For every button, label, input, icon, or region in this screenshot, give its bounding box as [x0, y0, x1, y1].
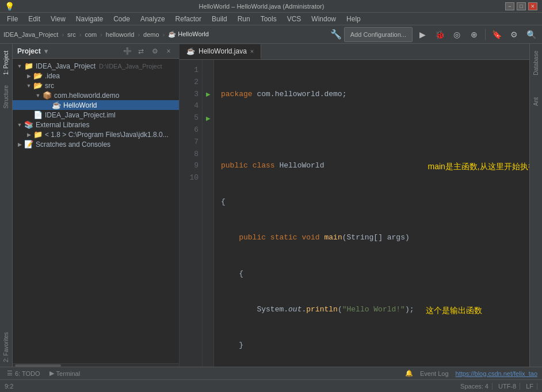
tree-item-src[interactable]: ▼ 📂 src: [13, 81, 179, 90]
event-log-tab[interactable]: Event Log: [418, 370, 451, 377]
terminal-icon: ▶: [49, 370, 54, 377]
tree-label-root: IDEA_Java_Project: [36, 62, 96, 70]
menu-bar: FileEditViewNavigateCodeAnalyzeRefactorB…: [0, 13, 542, 25]
maximize-button[interactable]: □: [517, 2, 526, 10]
menu-item-analyze[interactable]: Analyze: [136, 14, 170, 24]
event-log-icon: 🔔: [405, 370, 413, 377]
gutter-line-7: [203, 136, 213, 149]
tree-item-root[interactable]: ▼ 📁 IDEA_Java_Project D:\IDEA_Java_Proje…: [13, 61, 179, 71]
tree-item-helloworld[interactable]: ☕ HelloWorld: [13, 100, 179, 110]
menu-item-navigate[interactable]: Navigate: [71, 14, 108, 24]
sidebar-item-project[interactable]: 1: Project: [1, 46, 12, 79]
editor-area: ☕ HelloWorld.java × 1 2 3 4 5 6 7 8 9 10: [180, 44, 529, 367]
project-panel: Project ▼ ➕ ⇄ ⚙ × ▼ 📁 IDEA_Java_Project …: [13, 44, 180, 367]
todo-label: 6: TODO: [15, 370, 40, 377]
search-button[interactable]: 🔍: [524, 27, 539, 42]
tree-label-jdk: < 1.8 > C:\Program Files\Java\jdk1.8.0..…: [45, 131, 169, 139]
menu-item-window[interactable]: Window: [307, 14, 341, 24]
code-line-2: [221, 124, 522, 136]
tree-label-package: com.helloworld.demo: [54, 92, 119, 100]
tree-label-iml: IDEA_Java_Project.iml: [45, 111, 116, 119]
run-arrow-line3[interactable]: ▶: [206, 91, 211, 97]
tree-label-helloworld: HelloWorld: [63, 101, 97, 109]
bookmark-button[interactable]: 🔖: [489, 27, 504, 42]
project-panel-header: Project ▼ ➕ ⇄ ⚙ ×: [13, 44, 179, 59]
add-config-label: Add Configuration...: [350, 31, 406, 38]
close-button[interactable]: ✕: [528, 2, 537, 10]
tree-item-iml[interactable]: 📄 IDEA_Java_Project.iml: [13, 110, 179, 120]
package-icon: 📦: [43, 91, 52, 100]
tree-arrow-scratches: ▶: [15, 142, 24, 147]
code-editor: 1 2 3 4 5 6 7 8 9 10 ▶ ▶: [180, 60, 529, 367]
folder-icon-idea: 📂: [33, 71, 43, 80]
code-line-6: {: [221, 268, 522, 280]
toolbar: IDEA_Java_Project › src › com › hellowor…: [0, 25, 542, 44]
breadcrumb-file[interactable]: ☕HelloWorld: [168, 31, 209, 38]
gutter-line-3[interactable]: ▶: [203, 89, 213, 101]
add-configuration-button[interactable]: Add Configuration...: [344, 27, 413, 42]
sidebar-item-favorites[interactable]: 2: Favorites: [1, 328, 12, 367]
breadcrumb-com[interactable]: com: [85, 31, 97, 38]
sidebar-item-database[interactable]: Database: [530, 46, 541, 80]
menu-item-vcs[interactable]: VCS: [283, 14, 306, 24]
status-encoding[interactable]: UTF-8: [495, 383, 520, 390]
menu-item-edit[interactable]: Edit: [24, 14, 45, 24]
magnet-icon: 🔧: [330, 29, 342, 40]
line-numbers: 1 2 3 4 5 6 7 8 9 10: [180, 60, 203, 367]
coverage-button[interactable]: ◎: [449, 27, 464, 42]
settings-button[interactable]: ⚙: [506, 27, 521, 42]
minimize-button[interactable]: −: [505, 2, 514, 10]
debug-button[interactable]: 🐞: [432, 27, 447, 42]
profile-button[interactable]: ⊕: [467, 27, 482, 42]
tree-item-idea[interactable]: ▶ 📂 .idea: [13, 71, 179, 81]
tree-label-extlibs: External Libraries: [36, 121, 89, 129]
breadcrumb-helloworld[interactable]: helloworld: [106, 31, 135, 38]
tree-item-jdk[interactable]: ▶ 📁 < 1.8 > C:\Program Files\Java\jdk1.8…: [13, 130, 179, 139]
run-button[interactable]: ▶: [415, 27, 430, 42]
tree-item-extlibs[interactable]: ▼ 📚 External Libraries: [13, 120, 179, 130]
menu-item-build[interactable]: Build: [207, 14, 232, 24]
add-scope-button[interactable]: ➕: [121, 45, 133, 57]
right-panel-tabs: Database Ant: [529, 44, 542, 367]
status-link[interactable]: https://blog.csdn.net/felix_tao: [456, 370, 537, 377]
horizontal-scrollbar[interactable]: [13, 363, 179, 367]
project-settings-button[interactable]: ⚙: [149, 45, 161, 57]
tree-path-root: D:\IDEA_Java_Project: [99, 63, 162, 70]
menu-item-view[interactable]: View: [46, 14, 70, 24]
scrollbar-thumb[interactable]: [15, 364, 61, 367]
menu-item-run[interactable]: Run: [233, 14, 255, 24]
breadcrumb-demo[interactable]: demo: [143, 31, 159, 38]
menu-item-code[interactable]: Code: [109, 14, 135, 24]
menu-item-tools[interactable]: Tools: [256, 14, 281, 24]
code-line-3: public class HelloWorldmain是主函数,从这里开始执行: [221, 160, 522, 172]
tree-item-package[interactable]: ▼ 📦 com.helloworld.demo: [13, 90, 179, 100]
file-tree: ▼ 📁 IDEA_Java_Project D:\IDEA_Java_Proje…: [13, 59, 179, 363]
status-spaces[interactable]: Spaces: 4: [457, 383, 493, 390]
sidebar-item-structure[interactable]: Structure: [1, 81, 12, 113]
status-bar: 9:2 Spaces: 4 UTF-8 LF: [0, 379, 542, 392]
breadcrumb-project[interactable]: IDEA_Java_Project: [3, 31, 58, 38]
menu-item-refactor[interactable]: Refactor: [171, 14, 206, 24]
tab-helloworld[interactable]: ☕ HelloWorld.java ×: [180, 44, 261, 59]
code-line-7: System.out.println("Hello World!");这个是输出…: [221, 304, 522, 316]
gutter-line-5[interactable]: ▶: [203, 112, 213, 124]
terminal-label: Terminal: [56, 370, 81, 377]
menu-item-file[interactable]: File: [2, 14, 22, 24]
terminal-tab[interactable]: ▶ Terminal: [47, 370, 83, 377]
breadcrumb-src[interactable]: src: [67, 31, 76, 38]
tree-arrow-src: ▼: [24, 83, 33, 89]
scroll-to-center-button[interactable]: ⇄: [135, 45, 147, 57]
sidebar-item-ant[interactable]: Ant: [530, 93, 541, 111]
code-content[interactable]: package com.helloworld.demo; public clas…: [214, 60, 529, 367]
tree-arrow-package: ▼: [33, 93, 43, 98]
tab-close-button[interactable]: ×: [250, 48, 254, 55]
menu-item-help[interactable]: Help: [342, 14, 365, 24]
gutter-line-1: [203, 64, 213, 77]
close-panel-button[interactable]: ×: [163, 45, 174, 57]
run-arrow-line5[interactable]: ▶: [206, 115, 211, 121]
tree-label-scratches: Scratches and Consoles: [36, 140, 110, 149]
gutter-line-9: [203, 160, 213, 172]
status-line-ending[interactable]: LF: [522, 383, 537, 390]
todo-tab[interactable]: ☰ 6: TODO: [5, 370, 43, 377]
tree-item-scratches[interactable]: ▶ 📝 Scratches and Consoles: [13, 139, 179, 149]
